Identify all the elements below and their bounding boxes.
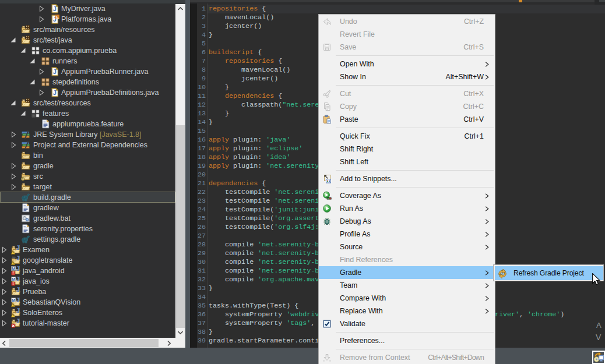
- svg-text:!: !: [13, 281, 14, 285]
- svg-text:M: M: [12, 267, 15, 271]
- svg-text:J: J: [16, 245, 20, 251]
- svg-text:M: M: [12, 277, 15, 281]
- svg-text:J: J: [53, 68, 57, 75]
- svg-text:J: J: [16, 298, 20, 303]
- svg-text:M: M: [12, 298, 15, 302]
- svg-text:J: J: [16, 256, 20, 261]
- svg-text:J: J: [53, 89, 57, 96]
- svg-text:J: J: [16, 287, 20, 293]
- svg-text:J: J: [16, 277, 20, 282]
- svg-text:J: J: [53, 5, 57, 12]
- svg-text:!: !: [13, 271, 14, 275]
- svg-text:J: J: [16, 319, 20, 324]
- svg-text:E: E: [56, 15, 59, 19]
- svg-text:J: J: [16, 266, 20, 272]
- svg-text:J: J: [16, 308, 20, 314]
